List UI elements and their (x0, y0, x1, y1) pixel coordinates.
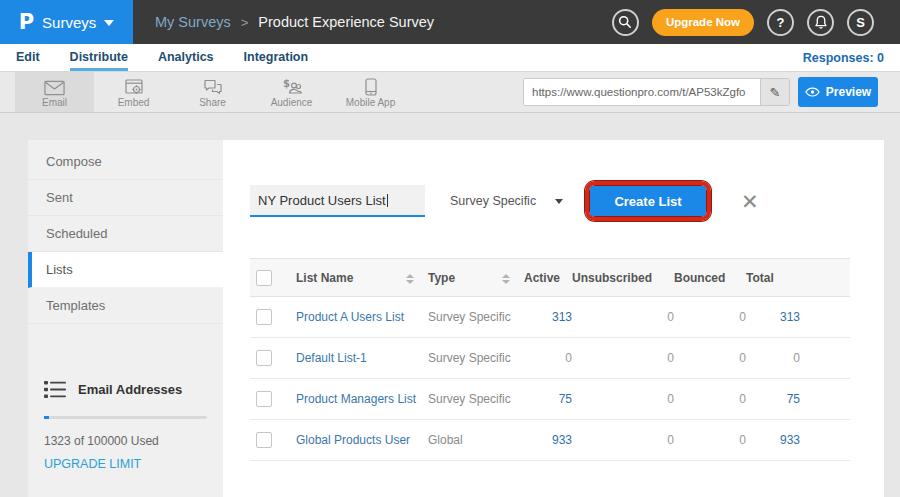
row-checkbox[interactable] (256, 309, 272, 325)
col-list-name[interactable]: List Name (296, 259, 428, 297)
bounced-count: 0 (674, 338, 746, 379)
search-button[interactable] (612, 9, 639, 36)
sidebar-item-sent[interactable]: Sent (28, 180, 223, 216)
list-name-input[interactable]: NY Product Users List (250, 185, 425, 217)
col-type[interactable]: Type (428, 259, 524, 297)
embed-icon (125, 79, 143, 96)
table-row: Global Products User Global 933 0 0 933 (250, 420, 850, 461)
toolbar-tab-label: Share (199, 97, 226, 108)
list-name-link[interactable]: Product Managers List (296, 379, 428, 420)
sort-icon[interactable] (502, 274, 510, 284)
list-name-value: NY Product Users List (258, 193, 386, 208)
survey-url-input[interactable] (524, 79, 760, 105)
list-type-selected: Survey Specific (450, 194, 536, 208)
pencil-icon: ✎ (770, 85, 781, 100)
chevron-down-icon (104, 20, 114, 26)
upgrade-limit-link[interactable]: UPGRADE LIMIT (44, 457, 207, 471)
email-addresses-title: Email Addresses (78, 382, 182, 397)
notifications-button[interactable] (807, 9, 834, 36)
tab-edit[interactable]: Edit (16, 44, 40, 71)
toolbar-tab-label: Embed (118, 97, 150, 108)
help-button[interactable]: ? (767, 9, 794, 36)
email-addresses-section: Email Addresses 1323 of 100000 Used UPGR… (28, 380, 223, 471)
sort-icon[interactable] (406, 274, 414, 284)
bounced-count: 0 (674, 420, 746, 461)
col-unsubscribed: Unsubscribed (572, 259, 674, 297)
total-count[interactable]: 0 (746, 338, 850, 379)
col-active: Active (524, 259, 572, 297)
tab-distribute[interactable]: Distribute (70, 44, 128, 71)
total-count[interactable]: 75 (746, 379, 850, 420)
row-checkbox[interactable] (256, 391, 272, 407)
survey-nav-tabs: Edit Distribute Analytics Integration Re… (0, 44, 900, 72)
unsubscribed-count: 0 (572, 379, 674, 420)
share-icon (203, 79, 223, 96)
select-all-checkbox[interactable] (256, 270, 272, 286)
address-list-icon (44, 380, 66, 399)
total-count[interactable]: 313 (746, 297, 850, 338)
chevron-down-icon (555, 199, 563, 204)
search-icon (618, 15, 632, 29)
list-type: Survey Specific (428, 338, 524, 379)
create-list-button[interactable]: Create List (590, 186, 706, 216)
question-mark-icon: ? (777, 15, 785, 30)
toolbar-tab-label: Mobile App (346, 97, 395, 108)
svg-text:$: $ (283, 78, 290, 89)
lists-main-panel: NY Product Users List Survey Specific Cr… (223, 140, 884, 497)
avatar-initial: S (856, 15, 865, 30)
close-icon: ✕ (741, 190, 759, 213)
unsubscribed-count: 0 (572, 297, 674, 338)
toolbar-tab-share[interactable]: Share (173, 72, 252, 112)
table-header-row: List Name Type Active Unsubscribed Bounc… (250, 259, 850, 297)
list-type: Global (428, 420, 524, 461)
page-title: Product Experience Survey (258, 14, 434, 30)
questionpro-logo-icon: P (19, 10, 34, 34)
upgrade-now-button[interactable]: Upgrade Now (652, 9, 754, 36)
active-count[interactable]: 0 (524, 338, 572, 379)
toolbar-tab-mobile-app[interactable]: Mobile App (331, 72, 410, 112)
responses-count[interactable]: Responses: 0 (803, 51, 884, 65)
user-avatar[interactable]: S (847, 9, 874, 36)
bell-icon (814, 15, 828, 30)
survey-link-group: ✎ Preview (523, 72, 900, 112)
toolbar-tab-label: Audience (271, 97, 313, 108)
list-name-link[interactable]: Product A Users List (296, 297, 428, 338)
close-button[interactable]: ✕ (741, 191, 759, 212)
row-checkbox[interactable] (256, 350, 272, 366)
list-name-link[interactable]: Default List-1 (296, 338, 428, 379)
toolbar-tab-audience[interactable]: $ Audience (252, 72, 331, 112)
active-count[interactable]: 75 (524, 379, 572, 420)
email-lists-card: Compose Sent Scheduled Lists Templates E… (28, 140, 884, 497)
col-bounced: Bounced (674, 259, 746, 297)
active-count[interactable]: 313 (524, 297, 572, 338)
table-row: Product Managers List Survey Specific 75… (250, 379, 850, 420)
toolbar-tab-email[interactable]: Email (15, 72, 94, 112)
sidebar-item-lists[interactable]: Lists (28, 252, 223, 288)
sidebar-item-scheduled[interactable]: Scheduled (28, 216, 223, 252)
table-row: Default List-1 Survey Specific 0 0 0 0 (250, 338, 850, 379)
usage-progress-bar (44, 416, 207, 419)
bounced-count: 0 (674, 297, 746, 338)
sidebar-item-templates[interactable]: Templates (28, 288, 223, 324)
audience-icon: $ (281, 78, 303, 96)
toolbar-tab-label: Email (42, 97, 67, 108)
preview-button[interactable]: Preview (798, 77, 878, 107)
total-count[interactable]: 933 (746, 420, 850, 461)
surveys-product-switcher[interactable]: P Surveys (0, 0, 133, 44)
active-count[interactable]: 933 (524, 420, 572, 461)
list-type: Survey Specific (428, 379, 524, 420)
annotation-highlight-ring: Create List (585, 181, 711, 221)
breadcrumb-my-surveys[interactable]: My Surveys (155, 14, 231, 30)
list-name-link[interactable]: Global Products User (296, 420, 428, 461)
survey-url-field-wrap: ✎ (523, 78, 790, 106)
unsubscribed-count: 0 (572, 420, 674, 461)
list-type-select[interactable]: Survey Specific (450, 194, 563, 208)
product-name-label: Surveys (42, 14, 96, 31)
row-checkbox[interactable] (256, 432, 272, 448)
edit-url-button[interactable]: ✎ (760, 79, 789, 105)
sidebar-item-compose[interactable]: Compose (28, 144, 223, 180)
tab-integration[interactable]: Integration (244, 44, 309, 71)
breadcrumb: My Surveys > Product Experience Survey (155, 14, 434, 30)
toolbar-tab-embed[interactable]: Embed (94, 72, 173, 112)
tab-analytics[interactable]: Analytics (158, 44, 214, 71)
